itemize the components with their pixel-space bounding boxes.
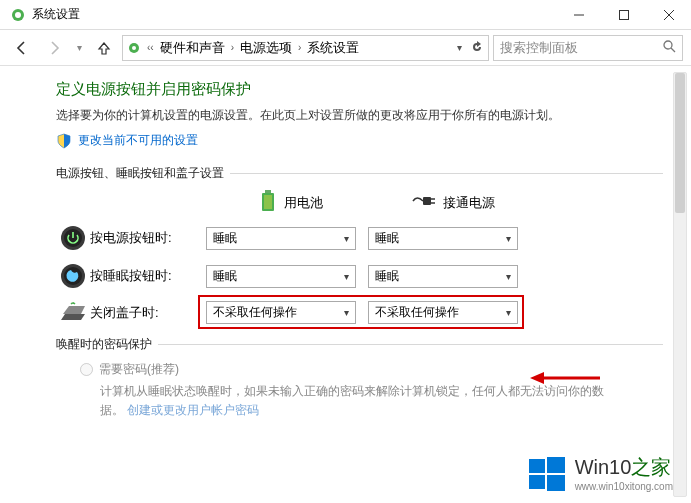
svg-rect-3 [619,10,628,19]
close-button[interactable] [646,0,691,30]
up-button[interactable] [90,34,118,62]
address-bar: ▾ ‹‹ 硬件和声音 › 电源选项 › 系统设置 ▾ 搜索控制面板 [0,30,691,66]
row-sleep-button: 按睡眠按钮时: 睡眠▾ 睡眠▾ [56,263,691,289]
sleep-icon [56,263,90,289]
svg-rect-24 [529,475,545,489]
svg-rect-13 [423,197,431,205]
location-icon [125,41,143,55]
create-change-password-link: 创建或更改用户帐户密码 [127,403,259,417]
row-close-lid: 关闭盖子时: 不采取任何操作▾ 不采取任何操作▾ [56,301,691,324]
window-title: 系统设置 [32,6,80,23]
windows-logo-icon [527,453,567,493]
scrollbar-thumb[interactable] [675,73,685,213]
maximize-button[interactable] [601,0,646,30]
content-pane: 定义电源按钮并启用密码保护 选择要为你的计算机设置的电源设置。在此页上对设置所做… [0,66,691,503]
page-heading: 定义电源按钮并启用密码保护 [56,80,691,99]
chevron-down-icon: ▾ [344,233,349,244]
app-icon [10,7,26,23]
row-power-button: 按电源按钮时: 睡眠▾ 睡眠▾ [56,225,691,251]
chevron-down-icon: ▾ [344,307,349,318]
section-header: 电源按钮、睡眠按钮和盖子设置 [56,165,691,182]
back-button[interactable] [8,34,36,62]
svg-point-8 [664,41,672,49]
chevron-down-icon: ▾ [506,271,511,282]
minimize-button[interactable] [556,0,601,30]
search-placeholder: 搜索控制面板 [500,39,663,57]
svg-rect-23 [547,457,565,473]
annotation-arrow [530,368,600,388]
column-headers: 用电池 接通电源 [216,190,691,215]
close-lid-battery-select[interactable]: 不采取任何操作▾ [206,301,356,324]
radio-input [80,363,93,376]
battery-icon [260,190,276,215]
scrollbar[interactable] [673,72,687,497]
sleep-button-ac-select[interactable]: 睡眠▾ [368,265,518,288]
section-header-2: 唤醒时的密码保护 [56,336,691,353]
search-input[interactable]: 搜索控制面板 [493,35,683,61]
svg-line-9 [671,48,675,52]
breadcrumb[interactable]: ‹‹ 硬件和声音 › 电源选项 › 系统设置 ▾ [122,35,489,61]
shield-icon [56,133,72,149]
power-button-battery-select[interactable]: 睡眠▾ [206,227,356,250]
watermark-url: www.win10xitong.com [575,481,673,492]
svg-rect-25 [547,475,565,491]
change-unavailable-link[interactable]: 更改当前不可用的设置 [78,132,198,149]
history-dropdown[interactable]: ▾ [72,42,86,53]
svg-marker-21 [530,372,544,384]
sleep-button-battery-select[interactable]: 睡眠▾ [206,265,356,288]
chevron-down-icon: ▾ [344,271,349,282]
page-description: 选择要为你的计算机设置的电源设置。在此页上对设置所做的更改将应用于你所有的电源计… [56,107,691,124]
chevron-down-icon: ▾ [506,307,511,318]
chevron-right-icon: › [227,42,238,53]
close-lid-ac-select[interactable]: 不采取任何操作▾ [368,301,518,324]
watermark: Win10之家 www.win10xitong.com [527,453,673,493]
breadcrumb-dropdown-icon[interactable]: ▾ [450,42,468,53]
svg-rect-12 [264,195,272,209]
svg-point-7 [132,46,136,50]
refresh-button[interactable] [468,41,486,55]
chevron-down-icon: ▾ [506,233,511,244]
breadcrumb-item[interactable]: 硬件和声音 [158,39,227,57]
breadcrumb-item[interactable]: 系统设置 [305,39,361,57]
chevron-right-icon: › [294,42,305,53]
titlebar: 系统设置 [0,0,691,30]
svg-point-1 [15,12,21,18]
svg-rect-10 [265,190,271,193]
breadcrumb-item[interactable]: 电源选项 [238,39,294,57]
lid-icon [56,302,90,324]
svg-rect-22 [529,459,545,473]
search-icon [663,40,676,56]
plug-icon [411,193,435,212]
power-button-ac-select[interactable]: 睡眠▾ [368,227,518,250]
chevron-right-icon: ‹‹ [143,42,158,53]
power-icon [56,225,90,251]
forward-button[interactable] [40,34,68,62]
